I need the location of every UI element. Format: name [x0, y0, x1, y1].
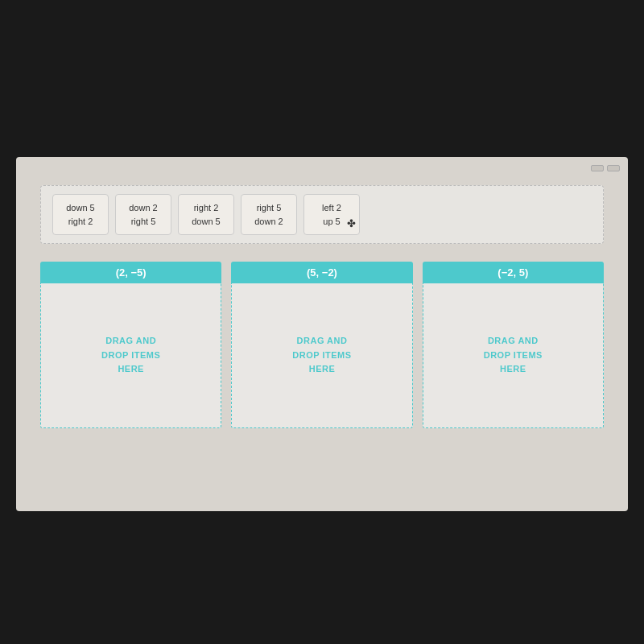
drop-header-col2: (5, −2)	[231, 262, 412, 283]
drag-card-card5[interactable]: left 2 up 5✤	[303, 194, 360, 235]
drop-hint-col1: DRAG AND DROP ITEMS HERE	[101, 334, 160, 377]
check-button[interactable]	[607, 165, 620, 171]
top-buttons	[591, 165, 620, 171]
drop-zone-col1[interactable]: DRAG AND DROP ITEMS HERE	[40, 283, 221, 428]
drop-header-col3: (−2, 5)	[423, 262, 604, 283]
drop-column-col1: (2, −5)DRAG AND DROP ITEMS HERE	[40, 262, 221, 428]
clear-button[interactable]	[591, 165, 604, 171]
main-screen: down 5 right 2down 2 right 5right 2 down…	[16, 157, 628, 511]
drop-zones-area: (2, −5)DRAG AND DROP ITEMS HERE(5, −2)DR…	[40, 262, 604, 428]
move-icon: ✤	[347, 216, 356, 232]
drag-card-card3[interactable]: right 2 down 5	[178, 194, 234, 235]
drop-header-col1: (2, −5)	[40, 262, 221, 283]
drag-card-card1[interactable]: down 5 right 2	[52, 194, 109, 235]
drag-card-card4[interactable]: right 5 down 2	[241, 194, 297, 235]
drop-column-col3: (−2, 5)DRAG AND DROP ITEMS HERE	[423, 262, 604, 428]
drop-column-col2: (5, −2)DRAG AND DROP ITEMS HERE	[231, 262, 412, 428]
drop-hint-col3: DRAG AND DROP ITEMS HERE	[484, 334, 543, 377]
drop-zone-col2[interactable]: DRAG AND DROP ITEMS HERE	[231, 283, 412, 428]
drop-hint-col2: DRAG AND DROP ITEMS HERE	[292, 334, 351, 377]
drag-card-card2[interactable]: down 2 right 5	[115, 194, 171, 235]
drop-zone-col3[interactable]: DRAG AND DROP ITEMS HERE	[423, 283, 604, 428]
drag-source-area: down 5 right 2down 2 right 5right 2 down…	[40, 185, 604, 244]
